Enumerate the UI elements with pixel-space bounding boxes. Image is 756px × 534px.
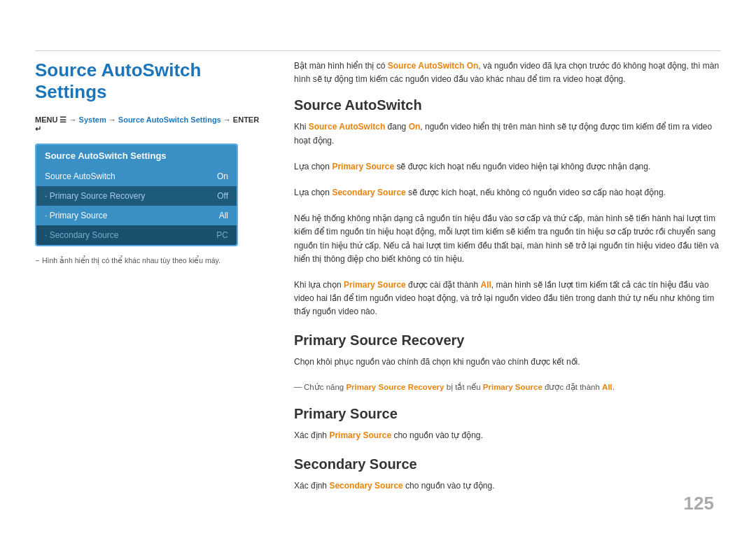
- section-primary-source-recovery: Primary Source Recovery Chọn khôi phục n…: [294, 332, 721, 391]
- secondary-source-para1: Xác định Secondary Source cho nguồn vào …: [294, 479, 721, 493]
- section-title-secondary-source: Secondary Source: [294, 456, 721, 472]
- section-primary-source: Primary Source Xác định Primary Source c…: [294, 406, 721, 442]
- secondary-source-row[interactable]: · Secondary Source PC: [36, 225, 237, 245]
- section-source-autoswitch: Source AutoSwitch Khi Source AutoSwitch …: [294, 97, 721, 318]
- menu-path: MENU ☰ → System → Source AutoSwitch Sett…: [35, 115, 266, 134]
- secondary-source-value: PC: [216, 230, 228, 240]
- hl-all2: All: [602, 383, 612, 391]
- ui-settings-box: Source AutoSwitch Settings Source AutoSw…: [35, 143, 238, 246]
- primary-source-recovery-row[interactable]: · Primary Source Recovery Off: [36, 186, 237, 206]
- source-autoswitch-label: Source AutoSwitch: [45, 171, 115, 181]
- settings-link: Source AutoSwitch Settings: [118, 115, 221, 124]
- system-link: System: [79, 115, 106, 124]
- primary-source-recovery-note: Chức năng Primary Source Recovery bị tắt…: [294, 382, 721, 392]
- highlight-source-autoswitch-on: Source AutoSwitch On: [388, 61, 479, 71]
- top-divider: [35, 50, 721, 51]
- hl-primary-source3: Primary Source: [483, 383, 542, 391]
- section-title-primary-source-recovery: Primary Source Recovery: [294, 332, 721, 349]
- primary-source-recovery-para1: Chọn khôi phục nguồn vào chính đã chọn k…: [294, 356, 721, 369]
- section-secondary-source: Secondary Source Xác định Secondary Sour…: [294, 456, 721, 493]
- primary-source-row[interactable]: · Primary Source All: [36, 206, 237, 225]
- hl-primary-source-recovery: Primary Source Recovery: [346, 383, 444, 391]
- hl-primary-source2: Primary Source: [344, 280, 406, 290]
- menu-label: MENU: [35, 115, 57, 124]
- hl-secondary-source2: Secondary Source: [329, 481, 402, 491]
- arrow2: →: [108, 115, 118, 124]
- hl-secondary-source1: Secondary Source: [332, 188, 405, 197]
- page-title: Source AutoSwitch Settings: [35, 59, 266, 103]
- menu-icon: ☰ →: [59, 115, 78, 124]
- primary-source-recovery-label: · Primary Source Recovery: [45, 191, 145, 201]
- source-autoswitch-value: On: [217, 171, 228, 181]
- source-autoswitch-row[interactable]: Source AutoSwitch On: [36, 167, 237, 186]
- source-autoswitch-para5: Khi lựa chọn Primary Source được cài đặt…: [294, 279, 721, 319]
- primary-source-recovery-value: Off: [217, 191, 228, 201]
- secondary-source-label: · Secondary Source: [45, 230, 118, 240]
- hl-primary-source1: Primary Source: [332, 162, 394, 171]
- section-title-primary-source: Primary Source: [294, 406, 721, 422]
- source-autoswitch-para1: Khi Source AutoSwitch đang On, nguồn vid…: [294, 120, 721, 147]
- hl-source-autoswitch: Source AutoSwitch: [309, 122, 386, 132]
- right-column: Bật màn hình hiển thị có Source AutoSwit…: [294, 59, 721, 507]
- primary-source-label: · Primary Source: [45, 211, 107, 220]
- page-number: 125: [684, 493, 714, 514]
- primary-source-value: All: [219, 211, 228, 220]
- source-autoswitch-para2: Lựa chọn Primary Source sẽ được kích hoạ…: [294, 160, 721, 174]
- ui-box-note: Hình ảnh hiển thị có thể khác nhau tùy t…: [35, 256, 266, 265]
- primary-source-para1: Xác định Primary Source cho nguồn vào tự…: [294, 429, 721, 442]
- section-title-source-autoswitch: Source AutoSwitch: [294, 97, 721, 113]
- hl-all: All: [481, 280, 491, 290]
- intro-paragraph: Bật màn hình hiển thị có Source AutoSwit…: [294, 59, 721, 86]
- source-autoswitch-para3: Lựa chọn Secondary Source sẽ được kích h…: [294, 186, 721, 199]
- left-column: Source AutoSwitch Settings MENU ☰ → Syst…: [35, 59, 266, 265]
- hl-on: On: [409, 122, 421, 132]
- hl-primary-source4: Primary Source: [329, 430, 391, 440]
- ui-box-title: Source AutoSwitch Settings: [36, 145, 237, 167]
- source-autoswitch-para4: Nếu hệ thống không nhận dạng cả nguồn tí…: [294, 212, 721, 266]
